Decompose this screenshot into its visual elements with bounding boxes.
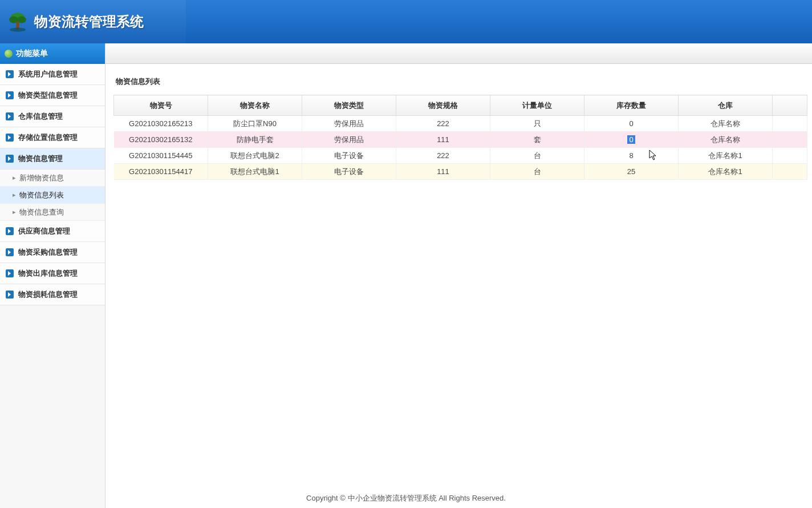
cell-unit[interactable]: 套	[490, 132, 584, 148]
cell-type[interactable]: 电子设备	[302, 164, 396, 180]
cell-extra	[773, 116, 807, 132]
play-icon	[6, 91, 14, 99]
cell-id[interactable]: G20210302165132	[114, 132, 208, 148]
materials-table: 物资号 物资名称 物资类型 物资规格 计量单位 库存数量 仓库 G2021030…	[113, 95, 807, 180]
sidebar-header: 功能菜单	[0, 43, 105, 64]
sidebar-subitem-4-0[interactable]: ▸新增物资信息	[0, 170, 105, 187]
cell-type[interactable]: 电子设备	[302, 148, 396, 164]
col-header-type[interactable]: 物资类型	[302, 95, 396, 116]
main-toolbar	[105, 43, 812, 64]
sidebar-item-label: 物资类型信息管理	[18, 90, 78, 100]
col-header-unit[interactable]: 计量单位	[490, 95, 584, 116]
cell-wh[interactable]: 仓库名称	[679, 116, 773, 132]
sidebar-item-1[interactable]: 物资类型信息管理	[0, 85, 105, 106]
table-row[interactable]: G20210301154417联想台式电脑1电子设备111台25仓库名称1	[114, 164, 807, 180]
sidebar-item-7[interactable]: 物资出库信息管理	[0, 263, 105, 284]
cell-spec[interactable]: 111	[396, 164, 490, 180]
footer-text: Copyright © 中小企业物资流转管理系统 All Rights Rese…	[0, 493, 812, 503]
cell-unit[interactable]: 台	[490, 148, 584, 164]
triangle-right-icon: ▸	[13, 208, 16, 216]
cell-wh[interactable]: 仓库名称1	[679, 148, 773, 164]
play-icon	[6, 155, 14, 163]
cell-extra	[773, 148, 807, 164]
cell-type[interactable]: 劳保用品	[302, 132, 396, 148]
table-row[interactable]: G20210302165132防静电手套劳保用品111套0仓库名称	[114, 132, 807, 148]
sidebar-item-label: 物资信息管理	[18, 154, 63, 164]
triangle-right-icon: ▸	[13, 191, 16, 199]
cell-type[interactable]: 劳保用品	[302, 116, 396, 132]
sidebar-item-label: 物资出库信息管理	[18, 268, 78, 279]
sidebar-subitem-4-1[interactable]: ▸物资信息列表	[0, 187, 105, 204]
cell-stock[interactable]: 0	[584, 132, 679, 148]
cell-extra	[773, 132, 807, 148]
app-header: 物资流转管理系统	[0, 0, 812, 43]
globe-icon	[5, 50, 13, 58]
cell-id[interactable]: G20210302165213	[114, 116, 208, 132]
cell-name[interactable]: 防尘口罩N90	[208, 116, 302, 132]
play-icon	[6, 227, 14, 235]
cell-name[interactable]: 防静电手套	[208, 132, 302, 148]
play-icon	[6, 134, 14, 142]
cell-unit[interactable]: 只	[490, 116, 584, 132]
cell-spec[interactable]: 222	[396, 148, 490, 164]
cell-spec[interactable]: 222	[396, 116, 490, 132]
cell-name[interactable]: 联想台式电脑2	[208, 148, 302, 164]
play-icon	[6, 248, 14, 256]
svg-rect-3	[16, 22, 19, 29]
col-header-wh[interactable]: 仓库	[679, 95, 773, 116]
sidebar-item-label: 系统用户信息管理	[18, 69, 78, 79]
svg-point-4	[10, 28, 26, 32]
sidebar-item-label: 仓库信息管理	[18, 111, 63, 122]
main-area: 物资信息列表 物资号 物资名称 物资类型 物资规格 计量单位 库存数量 仓库 G…	[105, 43, 812, 508]
sidebar-subitem-label: 新增物资信息	[19, 173, 64, 183]
cell-name[interactable]: 联想台式电脑1	[208, 164, 302, 180]
play-icon	[6, 291, 14, 299]
cell-id[interactable]: G20210301154445	[114, 148, 208, 164]
play-icon	[6, 70, 14, 78]
sidebar-item-3[interactable]: 存储位置信息管理	[0, 127, 105, 148]
col-header-spec[interactable]: 物资规格	[396, 95, 490, 116]
play-icon	[6, 269, 14, 277]
cell-wh[interactable]: 仓库名称1	[679, 164, 773, 180]
sidebar-subitem-label: 物资信息列表	[19, 190, 64, 200]
cell-stock[interactable]: 0	[584, 116, 679, 132]
sidebar-item-label: 供应商信息管理	[18, 226, 70, 236]
col-header-extra	[773, 95, 807, 116]
sidebar-title: 功能菜单	[16, 49, 48, 59]
col-header-name[interactable]: 物资名称	[208, 95, 302, 116]
sidebar-item-label: 物资采购信息管理	[18, 247, 78, 257]
table-row[interactable]: G20210302165213防尘口罩N90劳保用品222只0仓库名称	[114, 116, 807, 132]
col-header-stock[interactable]: 库存数量	[584, 95, 679, 116]
col-header-id[interactable]: 物资号	[114, 95, 208, 116]
table-row[interactable]: G20210301154445联想台式电脑2电子设备222台8仓库名称1	[114, 148, 807, 164]
play-icon	[6, 112, 14, 120]
sidebar-item-6[interactable]: 物资采购信息管理	[0, 242, 105, 263]
sidebar-item-0[interactable]: 系统用户信息管理	[0, 64, 105, 85]
cell-stock[interactable]: 8	[584, 148, 679, 164]
sidebar-subitem-4-2[interactable]: ▸物资信息查询	[0, 204, 105, 221]
logo-icon	[6, 10, 30, 34]
panel-title: 物资信息列表	[113, 72, 807, 95]
selected-cell-value: 0	[627, 135, 635, 144]
sidebar-item-4[interactable]: 物资信息管理	[0, 148, 105, 170]
sidebar-item-2[interactable]: 仓库信息管理	[0, 106, 105, 127]
cell-unit[interactable]: 台	[490, 164, 584, 180]
sidebar-item-label: 物资损耗信息管理	[18, 289, 78, 300]
sidebar-item-label: 存储位置信息管理	[18, 132, 78, 143]
cell-wh[interactable]: 仓库名称	[679, 132, 773, 148]
cell-stock[interactable]: 25	[584, 164, 679, 180]
sidebar-item-8[interactable]: 物资损耗信息管理	[0, 284, 105, 305]
sidebar-item-5[interactable]: 供应商信息管理	[0, 221, 105, 242]
cell-extra	[773, 164, 807, 180]
cell-id[interactable]: G20210301154417	[114, 164, 208, 180]
sidebar: 功能菜单 系统用户信息管理物资类型信息管理仓库信息管理存储位置信息管理物资信息管…	[0, 43, 105, 508]
triangle-right-icon: ▸	[13, 174, 16, 182]
cell-spec[interactable]: 111	[396, 132, 490, 148]
table-header-row: 物资号 物资名称 物资类型 物资规格 计量单位 库存数量 仓库	[114, 95, 807, 116]
sidebar-subitem-label: 物资信息查询	[19, 207, 64, 217]
